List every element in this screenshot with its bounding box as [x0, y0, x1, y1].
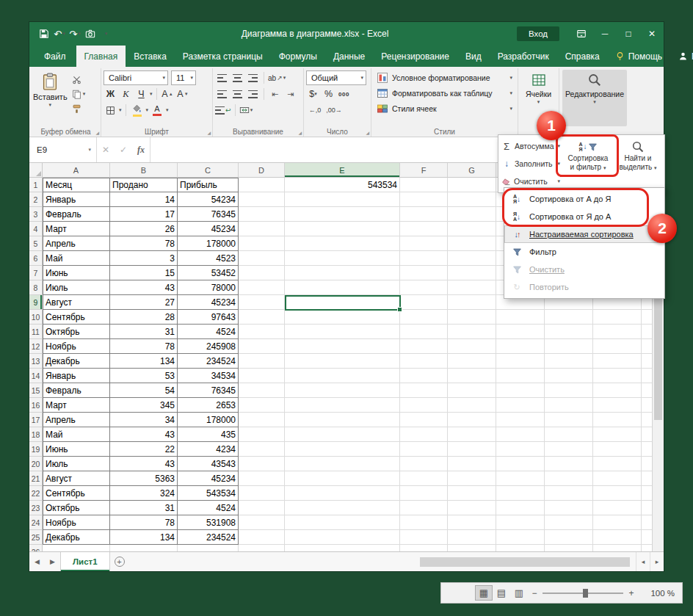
cell-E16[interactable]: [285, 398, 400, 413]
cell-G15[interactable]: [448, 383, 496, 398]
column-header-C[interactable]: C: [178, 163, 239, 178]
cell-B15[interactable]: 54: [110, 383, 178, 398]
tab-file[interactable]: Файл: [34, 46, 76, 67]
cell-E25[interactable]: [285, 530, 400, 545]
cell-F18[interactable]: [400, 427, 448, 442]
normal-view-button[interactable]: ▦: [475, 585, 493, 601]
font-color-button[interactable]: А: [150, 104, 164, 117]
cell-H16[interactable]: [496, 398, 545, 413]
cell-J12[interactable]: [593, 339, 642, 354]
cell-J11[interactable]: [593, 325, 642, 339]
cell-A6[interactable]: Май: [43, 251, 110, 266]
cell-J16[interactable]: [593, 398, 642, 413]
cell-E4[interactable]: [285, 222, 400, 236]
cell-B18[interactable]: 43: [110, 427, 178, 442]
increase-indent-button[interactable]: ⇥: [283, 87, 297, 101]
cell-C9[interactable]: 45234: [178, 295, 239, 310]
cut-button[interactable]: [70, 73, 88, 86]
cell-I24[interactable]: [545, 515, 593, 530]
increase-font-size-button[interactable]: А▲: [161, 87, 175, 101]
bold-button[interactable]: Ж: [104, 87, 117, 101]
paste-button[interactable]: Вставить ▾: [33, 70, 68, 126]
cell-D7[interactable]: [239, 266, 285, 280]
cell-G17[interactable]: [448, 413, 496, 427]
sort-filter-button[interactable]: АЯ↓ Сортировка и фильтр ▾: [562, 137, 614, 190]
row-header-20[interactable]: 20: [29, 457, 43, 471]
zoom-level[interactable]: 100 %: [647, 589, 675, 598]
column-header-F[interactable]: F: [400, 163, 448, 178]
cell-C1[interactable]: Прибыль: [178, 178, 239, 192]
cell-I14[interactable]: [545, 369, 593, 383]
enter-formula-button[interactable]: ✓: [115, 145, 132, 155]
cell-D16[interactable]: [239, 398, 285, 413]
cell-F19[interactable]: [400, 442, 448, 457]
cell-D14[interactable]: [239, 369, 285, 383]
clipboard-dialog-launcher[interactable]: ◢: [95, 130, 99, 135]
cell-F5[interactable]: [400, 236, 448, 251]
cell-A18[interactable]: Май: [43, 427, 110, 442]
cell-G9[interactable]: [448, 295, 496, 310]
cell-F16[interactable]: [400, 398, 448, 413]
cell-C15[interactable]: 76345: [178, 383, 239, 398]
align-center-button[interactable]: [231, 87, 244, 101]
cell-D24[interactable]: [239, 515, 285, 530]
ribbon-tab-Разметка страницы[interactable]: Разметка страницы: [175, 46, 271, 67]
zoom-out-button[interactable]: −: [528, 588, 541, 598]
cell-E7[interactable]: [285, 266, 400, 280]
cell-A15[interactable]: Февраль: [43, 383, 110, 398]
row-header-21[interactable]: 21: [29, 471, 43, 486]
new-sheet-button[interactable]: +: [110, 552, 129, 571]
cell-E11[interactable]: [285, 325, 400, 339]
cell-A21[interactable]: Август: [43, 471, 110, 486]
cell-G3[interactable]: [448, 207, 496, 222]
cell-F11[interactable]: [400, 325, 448, 339]
cell-D17[interactable]: [239, 413, 285, 427]
cell-A2[interactable]: Январь: [43, 192, 110, 207]
cell-I15[interactable]: [545, 383, 593, 398]
cell-E9[interactable]: [285, 295, 400, 310]
cell-H10[interactable]: [496, 310, 545, 325]
cell-B9[interactable]: 27: [110, 295, 178, 310]
cell-C13[interactable]: 234524: [178, 354, 239, 369]
cell-G20[interactable]: [448, 457, 496, 471]
cell-G24[interactable]: [448, 515, 496, 530]
cell-A22[interactable]: Сентябрь: [43, 486, 110, 501]
cell-B26[interactable]: [110, 545, 178, 551]
cell-D11[interactable]: [239, 325, 285, 339]
cell-E13[interactable]: [285, 354, 400, 369]
cell-G2[interactable]: [448, 192, 496, 207]
ribbon-tab-Справка[interactable]: Справка: [557, 46, 608, 67]
menu-item-sort-z-to-a[interactable]: ЯА↓ Сортировка от Я до А: [504, 208, 664, 225]
cell-J13[interactable]: [593, 354, 642, 369]
cell-G10[interactable]: [448, 310, 496, 325]
cell-I16[interactable]: [545, 398, 593, 413]
cell-E1[interactable]: 543534: [285, 178, 400, 192]
row-header-23[interactable]: 23: [29, 501, 43, 515]
name-box[interactable]: E9 ▾: [29, 137, 97, 162]
cell-B17[interactable]: 34: [110, 413, 178, 427]
row-header-5[interactable]: 5: [29, 236, 43, 251]
row-header-4[interactable]: 4: [29, 222, 43, 236]
cell-G21[interactable]: [448, 471, 496, 486]
cell-D21[interactable]: [239, 471, 285, 486]
conditional-formatting-button[interactable]: Условное форматирование ▾: [374, 70, 515, 85]
cell-A13[interactable]: Декабрь: [43, 354, 110, 369]
cell-D25[interactable]: [239, 530, 285, 545]
zoom-slider-thumb[interactable]: [583, 589, 588, 598]
cell-F12[interactable]: [400, 339, 448, 354]
cell-C7[interactable]: 53452: [178, 266, 239, 280]
cell-H14[interactable]: [496, 369, 545, 383]
cell-A12[interactable]: Ноябрь: [43, 339, 110, 354]
cell-F6[interactable]: [400, 251, 448, 266]
cell-B14[interactable]: 53: [110, 369, 178, 383]
cell-B21[interactable]: 5363: [110, 471, 178, 486]
cell-I11[interactable]: [545, 325, 593, 339]
cell-D5[interactable]: [239, 236, 285, 251]
cell-C6[interactable]: 4523: [178, 251, 239, 266]
select-all-corner[interactable]: [29, 163, 43, 178]
cell-H26[interactable]: [496, 545, 545, 551]
cell-C23[interactable]: 4524: [178, 501, 239, 515]
cell-H23[interactable]: [496, 501, 545, 515]
cell-D26[interactable]: [239, 545, 285, 551]
cell-A19[interactable]: Июнь: [43, 442, 110, 457]
